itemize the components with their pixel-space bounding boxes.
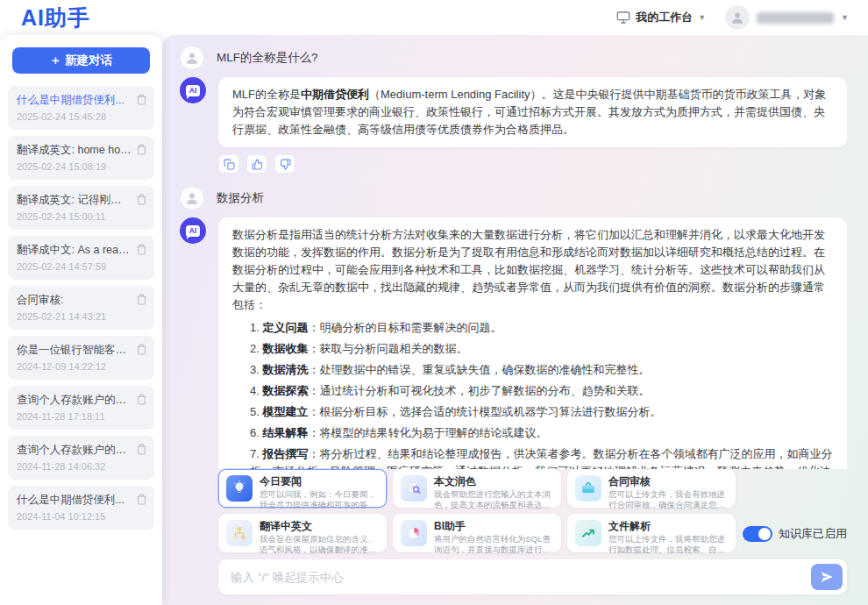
briefcase-icon [575,475,601,502]
workspace-label: 我的工作台 [636,10,693,25]
feature-card-bi[interactable]: BI助手 将用户的自然语言转化为SQL查询语句，并直接与数据库进行交互，返回智能… [393,514,561,552]
topbar: AI助手 我的工作台 ▼ ▼ [0,0,868,35]
delete-icon[interactable] [136,344,147,355]
ai-intro: 数据分析是指用适当的统计分析方法对收集来的大量数据进行分析，将它们加以汇总和理解… [232,228,825,311]
feature-cards: 今日要闻 您可以问我，例如：今日要闻，我会尽力提供准确和可靠的答案。 本文润色 … [218,469,736,552]
conversation-item[interactable]: 你是一位银行智能客服，... 2024-12-09 14:22:12 [8,336,154,380]
conversation-item[interactable]: 翻译成英文: home home 2025-02-24 15:08:19 [8,136,154,180]
ai-message-card: 数据分析是指用适当的统计分析方法对收集来的大量数据进行分析，将它们加以汇总和理解… [218,217,847,469]
chevron-down-icon: ▼ [698,13,706,22]
username-redacted [757,12,834,24]
feature-card-polish[interactable]: 本文润色 我会帮助您进行您输入的文本润色，提高文本的流畅度和表达效果。 [393,469,561,508]
paper-plane-icon [820,570,834,584]
conversation-item[interactable]: 合同审核: 2025-02-21 14:43:21 [8,286,154,330]
user-avatar [180,46,204,70]
user-message-text: 数据分析 [217,190,264,206]
delete-icon[interactable] [136,444,147,455]
trend-arrow-icon [575,520,601,546]
user-menu[interactable]: ▼ [725,5,849,30]
ai-avatar: AI [180,77,206,103]
delete-icon[interactable] [136,194,147,205]
delete-icon[interactable] [136,244,147,255]
lightbulb-icon [226,475,253,502]
doc-polish-icon [401,475,427,502]
user-avatar [725,5,750,30]
user-avatar [180,186,204,210]
app-logo: AI助手 [21,4,90,32]
user-message: MLF的全称是什么? [180,46,847,70]
step-item: 定义问题：明确分析的目标和需要解决的问题。 [250,319,833,337]
ai-message: AI 数据分析是指用适当的统计分析方法对收集来的大量数据进行分析，将它们加以汇总… [180,217,847,469]
chat-panel: MLF的全称是什么? AI MLF的全称是中期借贷便利（Medium-term … [162,35,868,605]
feature-card-fileparse[interactable]: 文件解析 您可以上传文件，我将帮助您进行如数据处理、信息检索、自动化办公等。 [567,514,736,552]
knowledge-base-toggle[interactable] [743,526,772,542]
copy-icon[interactable] [218,154,239,174]
step-item: 模型建立：根据分析目标，选择合适的统计模型或机器学习算法进行数据分析。 [250,403,833,421]
delete-icon[interactable] [136,394,147,405]
message-list: MLF的全称是什么? AI MLF的全称是中期借贷便利（Medium-term … [180,46,847,469]
ai-message-card: MLF的全称是中期借贷便利（Medium-term Lending Facili… [218,77,847,147]
conversation-item[interactable]: 翻译成中文: As a reader... 2025-02-24 14:57:5… [8,236,154,280]
delete-icon[interactable] [136,494,147,505]
ai-message: AI MLF的全称是中期借贷便利（Medium-term Lending Fac… [180,77,847,147]
bottom-panel: 今日要闻 您可以问我，例如：今日要闻，我会尽力提供准确和可靠的答案。 本文润色 … [218,469,847,594]
new-chat-button[interactable]: ＋ 新建对话 [12,47,150,74]
conversation-list: 什么是中期借贷便利... 2025-02-24 15:45:28 翻译成英文: … [8,86,154,530]
send-button[interactable] [811,564,843,590]
delete-icon[interactable] [136,144,147,155]
pie-chart-icon [401,520,427,546]
feature-card-contract[interactable]: 合同审核 您可以上传文件，我会有效地进行合同审核，确保合同满足您的业务需求。 [567,469,736,508]
monitor-icon [616,11,630,25]
workspace-menu[interactable]: 我的工作台 ▼ [616,10,706,25]
composer [218,559,847,594]
chevron-down-icon: ▼ [841,13,849,22]
ai-avatar: AI [180,217,206,244]
conversation-item[interactable]: 什么是中期借贷便利... 2025-02-24 15:45:28 [8,86,154,130]
app-root: AI助手 我的工作台 ▼ ▼ ＋ 新建对话 什么是中期借贷便利... [0,0,868,605]
thumbs-up-icon[interactable] [246,154,267,174]
knowledge-base-toggle-group: 知识库已启用 [743,526,847,542]
step-item: 数据收集：获取与分析问题相关的数据。 [250,340,833,358]
step-item: 数据探索：通过统计分析和可视化技术，初步了解数据的分布、趋势和关联。 [250,382,833,400]
knowledge-base-label: 知识库已启用 [779,526,847,542]
conversation-item[interactable]: 查询个人存款账户的最新... 2024-11-28 14:06:32 [8,436,154,480]
delete-icon[interactable] [136,94,147,105]
conversation-item[interactable]: 什么是中期借贷便利... 2024-11-04 10:12:15 [8,486,154,530]
message-input[interactable] [231,571,811,584]
sidebar: ＋ 新建对话 什么是中期借贷便利... 2025-02-24 15:45:28 … [0,35,162,605]
feature-card-translate[interactable]: 翻译中英文 我会旨在保留原始信息的含义、语气和风格，以确保翻译的准确性和自然流畅… [218,514,387,552]
step-item: 报告撰写：将分析过程、结果和结论整理成报告，供决策者参考。数据分析在各个领域都有… [250,445,833,469]
message-actions [218,154,847,174]
conversation-item[interactable]: 翻译成英文: 记得刚开始... 2025-02-24 15:00:11 [8,186,154,230]
step-item: 数据清洗：处理数据中的错误、重复或缺失值，确保数据的准确性和完整性。 [250,361,833,379]
user-message: 数据分析 [180,186,847,210]
feature-card-news[interactable]: 今日要闻 您可以问我，例如：今日要闻，我会尽力提供准确和可靠的答案。 [218,469,387,508]
thumbs-down-icon[interactable] [274,154,295,174]
user-message-text: MLF的全称是什么? [217,50,318,66]
step-item: 结果解释：将模型的结果转化为易于理解的结论或建议。 [250,424,833,442]
analysis-steps: 定义问题：明确分析的目标和需要解决的问题。 数据收集：获取与分析问题相关的数据。… [232,319,833,469]
delete-icon[interactable] [136,294,147,305]
translate-icon [226,520,253,546]
conversation-item[interactable]: 查询个人存款账户的最新... 2024-11-28 17:18:11 [8,386,154,430]
